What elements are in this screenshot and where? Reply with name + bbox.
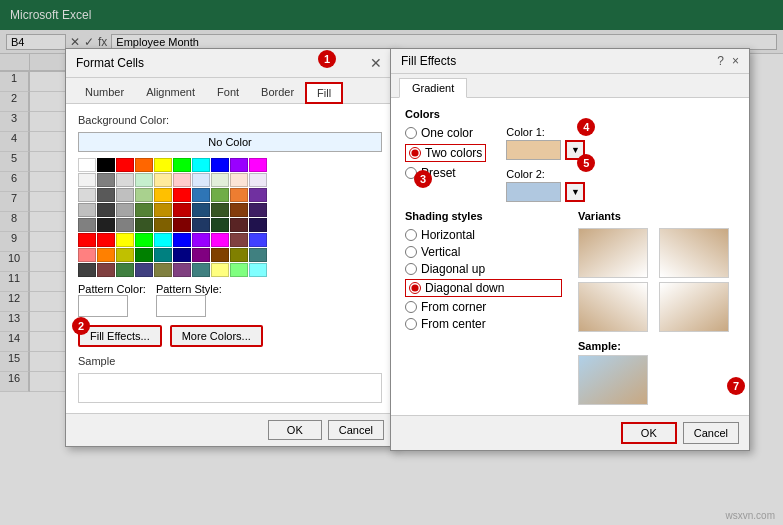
tab-number[interactable]: Number bbox=[74, 82, 135, 103]
color-swatch-39[interactable] bbox=[249, 203, 267, 217]
color-swatch-20[interactable] bbox=[78, 188, 96, 202]
no-color-button[interactable]: No Color bbox=[78, 132, 382, 152]
tab-border[interactable]: Border bbox=[250, 82, 305, 103]
color-swatch-35[interactable] bbox=[173, 203, 191, 217]
pattern-style-box[interactable] bbox=[156, 295, 206, 317]
color-swatch-56[interactable] bbox=[192, 233, 210, 247]
vertical-radio[interactable] bbox=[405, 246, 417, 258]
diagonal-up-radio[interactable] bbox=[405, 263, 417, 275]
shading-diagonal-up[interactable]: Diagonal up bbox=[405, 262, 562, 276]
color-swatch-24[interactable] bbox=[154, 188, 172, 202]
color-swatch-5[interactable] bbox=[173, 158, 191, 172]
color-swatch-60[interactable] bbox=[78, 248, 96, 262]
color-swatch-46[interactable] bbox=[192, 218, 210, 232]
color-swatch-7[interactable] bbox=[211, 158, 229, 172]
color-swatch-79[interactable] bbox=[249, 263, 267, 277]
color-swatch-10[interactable] bbox=[78, 173, 96, 187]
color-swatch-59[interactable] bbox=[249, 233, 267, 247]
color-swatch-68[interactable] bbox=[230, 248, 248, 262]
shading-vertical[interactable]: Vertical bbox=[405, 245, 562, 259]
format-cells-ok-button[interactable]: OK bbox=[268, 420, 322, 440]
format-cells-close-button[interactable]: ✕ bbox=[368, 55, 384, 71]
color-swatch-55[interactable] bbox=[173, 233, 191, 247]
variant-top-left[interactable] bbox=[578, 228, 648, 278]
color-swatch-8[interactable] bbox=[230, 158, 248, 172]
color-swatch-77[interactable] bbox=[211, 263, 229, 277]
color-swatch-30[interactable] bbox=[78, 203, 96, 217]
color-swatch-28[interactable] bbox=[230, 188, 248, 202]
color-swatch-12[interactable] bbox=[116, 173, 134, 187]
color-swatch-18[interactable] bbox=[230, 173, 248, 187]
color-swatch-52[interactable] bbox=[116, 233, 134, 247]
one-color-option[interactable]: One color bbox=[405, 126, 486, 140]
variant-bottom-right[interactable] bbox=[659, 282, 729, 332]
color-swatch-26[interactable] bbox=[192, 188, 210, 202]
color-swatch-9[interactable] bbox=[249, 158, 267, 172]
shading-diagonal-down[interactable]: Diagonal down bbox=[405, 279, 562, 297]
two-colors-radio[interactable] bbox=[409, 147, 421, 159]
color-swatch-70[interactable] bbox=[78, 263, 96, 277]
diagonal-down-radio[interactable] bbox=[409, 282, 421, 294]
color-swatch-63[interactable] bbox=[135, 248, 153, 262]
color-swatch-42[interactable] bbox=[116, 218, 134, 232]
color-swatch-71[interactable] bbox=[97, 263, 115, 277]
color-swatch-64[interactable] bbox=[154, 248, 172, 262]
tab-alignment[interactable]: Alignment bbox=[135, 82, 206, 103]
color-swatch-57[interactable] bbox=[211, 233, 229, 247]
fill-effects-cancel-button[interactable]: Cancel bbox=[683, 422, 739, 444]
from-corner-radio[interactable] bbox=[405, 301, 417, 313]
color-swatch-67[interactable] bbox=[211, 248, 229, 262]
color-swatch-0[interactable] bbox=[78, 158, 96, 172]
color-swatch-44[interactable] bbox=[154, 218, 172, 232]
fill-effects-button[interactable]: Fill Effects... bbox=[78, 325, 162, 347]
color-swatch-66[interactable] bbox=[192, 248, 210, 262]
color-swatch-22[interactable] bbox=[116, 188, 134, 202]
color-swatch-29[interactable] bbox=[249, 188, 267, 202]
help-icon[interactable]: ? bbox=[717, 54, 724, 68]
color-swatch-43[interactable] bbox=[135, 218, 153, 232]
color-swatch-19[interactable] bbox=[249, 173, 267, 187]
color-swatch-31[interactable] bbox=[97, 203, 115, 217]
color-swatch-74[interactable] bbox=[154, 263, 172, 277]
color-swatch-47[interactable] bbox=[211, 218, 229, 232]
color-swatch-48[interactable] bbox=[230, 218, 248, 232]
color-swatch-16[interactable] bbox=[192, 173, 210, 187]
color-swatch-32[interactable] bbox=[116, 203, 134, 217]
color-swatch-25[interactable] bbox=[173, 188, 191, 202]
tab-font[interactable]: Font bbox=[206, 82, 250, 103]
color-swatch-33[interactable] bbox=[135, 203, 153, 217]
color-swatch-62[interactable] bbox=[116, 248, 134, 262]
fill-effects-ok-button[interactable]: OK bbox=[621, 422, 677, 444]
color-swatch-11[interactable] bbox=[97, 173, 115, 187]
color-swatch-6[interactable] bbox=[192, 158, 210, 172]
tab-gradient[interactable]: Gradient bbox=[399, 78, 467, 98]
color-swatch-17[interactable] bbox=[211, 173, 229, 187]
color-swatch-1[interactable] bbox=[97, 158, 115, 172]
color-swatch-49[interactable] bbox=[249, 218, 267, 232]
variant-bottom-left[interactable] bbox=[578, 282, 648, 332]
color-swatch-38[interactable] bbox=[230, 203, 248, 217]
color-swatch-34[interactable] bbox=[154, 203, 172, 217]
color-swatch-72[interactable] bbox=[116, 263, 134, 277]
color-swatch-15[interactable] bbox=[173, 173, 191, 187]
horizontal-radio[interactable] bbox=[405, 229, 417, 241]
color-swatch-2[interactable] bbox=[116, 158, 134, 172]
color-swatch-13[interactable] bbox=[135, 173, 153, 187]
shading-horizontal[interactable]: Horizontal bbox=[405, 228, 562, 242]
color-swatch-75[interactable] bbox=[173, 263, 191, 277]
color-swatch-50[interactable] bbox=[78, 233, 96, 247]
tab-fill[interactable]: Fill bbox=[305, 82, 343, 104]
pattern-color-box[interactable] bbox=[78, 295, 128, 317]
color-swatch-76[interactable] bbox=[192, 263, 210, 277]
color-swatch-41[interactable] bbox=[97, 218, 115, 232]
format-cells-cancel-button[interactable]: Cancel bbox=[328, 420, 384, 440]
from-center-radio[interactable] bbox=[405, 318, 417, 330]
one-color-radio[interactable] bbox=[405, 127, 417, 139]
more-colors-button[interactable]: More Colors... bbox=[170, 325, 263, 347]
color-swatch-4[interactable] bbox=[154, 158, 172, 172]
color-swatch-3[interactable] bbox=[135, 158, 153, 172]
color-swatch-69[interactable] bbox=[249, 248, 267, 262]
shading-from-corner[interactable]: From corner bbox=[405, 300, 562, 314]
color-swatch-14[interactable] bbox=[154, 173, 172, 187]
color-swatch-45[interactable] bbox=[173, 218, 191, 232]
